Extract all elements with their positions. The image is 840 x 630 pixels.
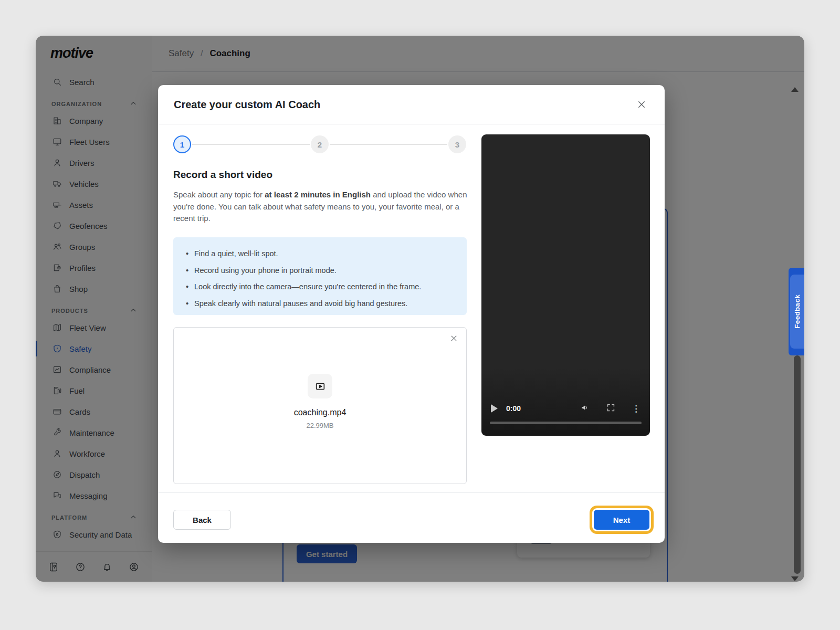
step-intro: Speak about any topic for at least 2 min… xyxy=(173,189,468,225)
volume-icon[interactable] xyxy=(580,403,590,415)
stepper-connector xyxy=(330,144,447,145)
feedback-tab[interactable]: Feedback xyxy=(789,268,804,355)
video-time: 0:00 xyxy=(506,404,521,413)
modal-title: Create your custom AI Coach xyxy=(174,99,320,111)
play-icon[interactable] xyxy=(491,404,498,413)
modal-footer: Back Next xyxy=(158,492,665,543)
uploaded-file-card: coaching.mp4 22.99MB xyxy=(173,327,467,484)
tip-item: Find a quiet, well-lit spot. xyxy=(185,249,456,266)
tips-box: Find a quiet, well-lit spot. Record usin… xyxy=(173,237,467,315)
video-file-icon xyxy=(308,374,332,398)
stepper-step-2: 2 xyxy=(311,135,329,153)
stepper-step-1: 1 xyxy=(173,135,191,153)
tip-item: Speak clearly with natural pauses and av… xyxy=(185,299,456,316)
app-window: motive Search ORGANIZATION Company Fleet… xyxy=(36,36,804,582)
stepper-connector xyxy=(192,144,310,145)
next-button[interactable]: Next xyxy=(594,510,649,530)
stepper-step-3: 3 xyxy=(448,135,466,153)
ai-coach-modal: Create your custom AI Coach 1 2 3 Record… xyxy=(158,85,665,543)
tip-item: Record using your phone in portrait mode… xyxy=(185,266,456,283)
modal-header: Create your custom AI Coach xyxy=(158,85,665,124)
video-controls: 0:00 ⋮ xyxy=(481,400,650,417)
intro-text-bold: at least 2 minutes in English xyxy=(265,190,371,199)
video-progress-bar[interactable] xyxy=(490,422,642,424)
close-icon[interactable] xyxy=(634,97,649,112)
tip-item: Look directly into the camera—ensure you… xyxy=(185,282,456,299)
back-button[interactable]: Back xyxy=(173,510,231,530)
feedback-tab-label: Feedback xyxy=(793,295,801,329)
video-player[interactable]: 0:00 ⋮ xyxy=(481,134,650,436)
file-size: 22.99MB xyxy=(306,422,333,429)
intro-text: Speak about any topic for xyxy=(173,190,265,199)
step-heading: Record a short video xyxy=(173,169,272,181)
more-options-icon[interactable]: ⋮ xyxy=(632,403,640,414)
fullscreen-icon[interactable] xyxy=(606,403,616,415)
remove-file-icon[interactable] xyxy=(447,332,460,344)
stepper: 1 2 3 xyxy=(173,135,467,153)
file-name: coaching.mp4 xyxy=(294,408,346,417)
feedback-tab-inner: Feedback xyxy=(790,275,804,349)
